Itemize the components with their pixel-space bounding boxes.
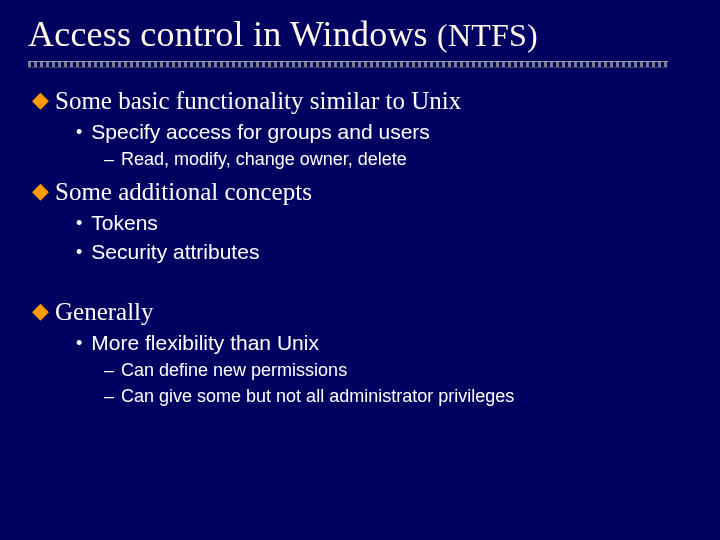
level3-text: Can give some but not all administrator …: [121, 384, 514, 408]
level2-text: Security attributes: [91, 239, 259, 265]
dot-icon: •: [76, 330, 82, 356]
slide-title: Access control in Windows (NTFS): [28, 14, 692, 55]
title-underline: [28, 61, 668, 68]
level1-text: Generally: [55, 297, 154, 327]
slide-body: ◆ Some basic functionality similar to Un…: [28, 86, 692, 408]
level1-text: Some additional concepts: [55, 177, 312, 207]
bullet-level1: ◆ Some basic functionality similar to Un…: [32, 86, 692, 116]
level2-text: Specify access for groups and users: [91, 119, 430, 145]
dash-icon: –: [104, 384, 114, 408]
dot-icon: •: [76, 210, 82, 236]
bullet-level3: – Can give some but not all administrato…: [104, 384, 692, 408]
slide: Access control in Windows (NTFS) ◆ Some …: [0, 0, 720, 540]
title-area: Access control in Windows (NTFS): [28, 14, 692, 68]
bullet-level2: • Specify access for groups and users: [76, 119, 692, 145]
title-main: Access control in Windows: [28, 14, 437, 54]
diamond-icon: ◆: [32, 86, 49, 114]
diamond-icon: ◆: [32, 297, 49, 325]
level2-text: More flexibility than Unix: [91, 330, 319, 356]
level3-text: Read, modify, change owner, delete: [121, 147, 407, 171]
dot-icon: •: [76, 119, 82, 145]
level2-text: Tokens: [91, 210, 158, 236]
bullet-level2: • Security attributes: [76, 239, 692, 265]
title-subtitle: (NTFS): [437, 17, 538, 53]
bullet-level1: ◆ Generally: [32, 297, 692, 327]
level3-text: Can define new permissions: [121, 358, 347, 382]
bullet-level3: – Read, modify, change owner, delete: [104, 147, 692, 171]
dot-icon: •: [76, 239, 82, 265]
diamond-icon: ◆: [32, 177, 49, 205]
dash-icon: –: [104, 358, 114, 382]
level1-text: Some basic functionality similar to Unix: [55, 86, 461, 116]
bullet-level1: ◆ Some additional concepts: [32, 177, 692, 207]
spacer: [32, 267, 692, 291]
bullet-level3: – Can define new permissions: [104, 358, 692, 382]
bullet-level2: • More flexibility than Unix: [76, 330, 692, 356]
bullet-level2: • Tokens: [76, 210, 692, 236]
dash-icon: –: [104, 147, 114, 171]
